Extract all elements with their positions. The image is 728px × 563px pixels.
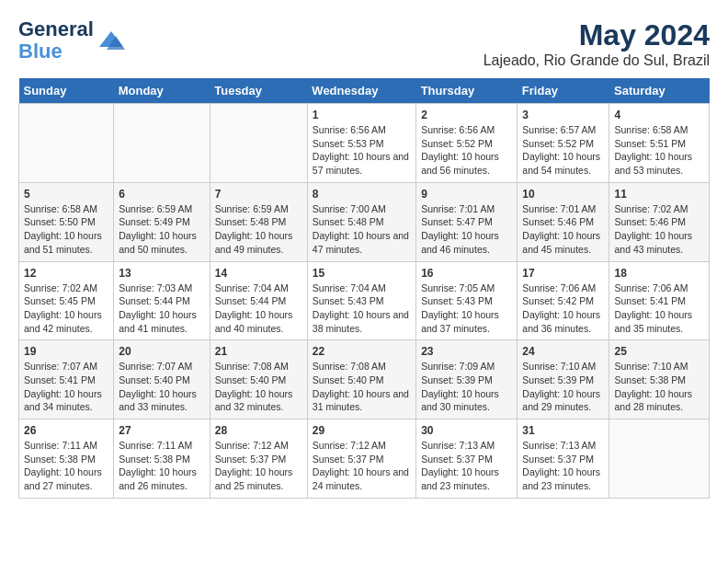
day-number: 20 <box>119 345 205 358</box>
day-number: 23 <box>421 345 512 358</box>
subtitle: Lajeado, Rio Grande do Sul, Brazil <box>483 52 710 69</box>
page-header: GeneralBlue May 2024 Lajeado, Rio Grande… <box>18 18 710 69</box>
day-info: Sunrise: 7:06 AMSunset: 5:41 PMDaylight:… <box>614 282 692 334</box>
calendar-cell <box>114 104 210 183</box>
calendar-cell: 8 Sunrise: 7:00 AMSunset: 5:48 PMDayligh… <box>307 182 415 261</box>
day-number: 8 <box>313 188 411 201</box>
day-number: 15 <box>313 267 411 280</box>
day-info: Sunrise: 6:58 AMSunset: 5:51 PMDaylight:… <box>614 124 692 176</box>
calendar-cell: 29 Sunrise: 7:12 AMSunset: 5:37 PMDaylig… <box>307 419 415 499</box>
day-number: 27 <box>119 424 205 437</box>
title-section: May 2024 Lajeado, Rio Grande do Sul, Bra… <box>483 18 710 69</box>
calendar-week-row: 26 Sunrise: 7:11 AMSunset: 5:38 PMDaylig… <box>19 419 710 499</box>
calendar-cell: 22 Sunrise: 7:08 AMSunset: 5:40 PMDaylig… <box>307 340 415 419</box>
day-info: Sunrise: 7:07 AMSunset: 5:40 PMDaylight:… <box>119 361 197 412</box>
day-number: 21 <box>215 345 302 358</box>
day-header-wednesday: Wednesday <box>307 78 415 104</box>
day-number: 6 <box>119 188 205 201</box>
calendar-cell: 21 Sunrise: 7:08 AMSunset: 5:40 PMDaylig… <box>210 340 307 419</box>
day-number: 7 <box>215 188 302 201</box>
main-title: May 2024 <box>483 18 710 52</box>
day-header-monday: Monday <box>114 78 210 104</box>
day-number: 22 <box>313 345 411 358</box>
day-info: Sunrise: 7:12 AMSunset: 5:37 PMDaylight:… <box>313 440 409 491</box>
day-number: 1 <box>313 109 411 121</box>
calendar-week-row: 12 Sunrise: 7:02 AMSunset: 5:45 PMDaylig… <box>19 261 710 340</box>
day-info: Sunrise: 7:05 AMSunset: 5:43 PMDaylight:… <box>421 282 499 334</box>
calendar-cell: 2 Sunrise: 6:56 AMSunset: 5:52 PMDayligh… <box>416 104 518 183</box>
calendar-cell: 26 Sunrise: 7:11 AMSunset: 5:38 PMDaylig… <box>19 419 114 499</box>
day-number: 18 <box>614 267 704 280</box>
logo-icon <box>97 27 125 54</box>
calendar-cell: 14 Sunrise: 7:04 AMSunset: 5:44 PMDaylig… <box>210 261 307 340</box>
calendar-cell <box>19 104 114 183</box>
calendar-cell: 20 Sunrise: 7:07 AMSunset: 5:40 PMDaylig… <box>114 340 210 419</box>
calendar-cell <box>609 419 710 499</box>
day-number: 24 <box>522 345 604 358</box>
day-number: 12 <box>24 267 108 280</box>
calendar-cell: 28 Sunrise: 7:12 AMSunset: 5:37 PMDaylig… <box>210 419 307 499</box>
day-number: 26 <box>24 424 108 437</box>
day-info: Sunrise: 7:08 AMSunset: 5:40 PMDaylight:… <box>215 361 293 412</box>
day-number: 19 <box>24 345 108 358</box>
day-info: Sunrise: 7:09 AMSunset: 5:39 PMDaylight:… <box>421 361 499 412</box>
day-info: Sunrise: 7:02 AMSunset: 5:45 PMDaylight:… <box>24 282 102 334</box>
day-info: Sunrise: 6:57 AMSunset: 5:52 PMDaylight:… <box>522 124 600 176</box>
calendar-week-row: 19 Sunrise: 7:07 AMSunset: 5:41 PMDaylig… <box>19 340 710 419</box>
calendar-cell: 11 Sunrise: 7:02 AMSunset: 5:46 PMDaylig… <box>609 182 710 261</box>
day-info: Sunrise: 6:59 AMSunset: 5:49 PMDaylight:… <box>119 203 197 255</box>
day-info: Sunrise: 7:12 AMSunset: 5:37 PMDaylight:… <box>215 440 293 491</box>
day-number: 11 <box>614 188 704 201</box>
calendar-cell: 6 Sunrise: 6:59 AMSunset: 5:49 PMDayligh… <box>114 182 210 261</box>
day-info: Sunrise: 7:00 AMSunset: 5:48 PMDaylight:… <box>313 203 409 255</box>
day-info: Sunrise: 7:03 AMSunset: 5:44 PMDaylight:… <box>119 282 197 334</box>
day-info: Sunrise: 7:08 AMSunset: 5:40 PMDaylight:… <box>313 361 409 412</box>
calendar-cell: 31 Sunrise: 7:13 AMSunset: 5:37 PMDaylig… <box>518 419 609 499</box>
day-info: Sunrise: 7:11 AMSunset: 5:38 PMDaylight:… <box>24 440 102 491</box>
day-number: 25 <box>614 345 704 358</box>
day-info: Sunrise: 6:59 AMSunset: 5:48 PMDaylight:… <box>215 203 293 255</box>
calendar-cell: 24 Sunrise: 7:10 AMSunset: 5:39 PMDaylig… <box>518 340 609 419</box>
day-info: Sunrise: 6:58 AMSunset: 5:50 PMDaylight:… <box>24 203 102 255</box>
day-info: Sunrise: 7:01 AMSunset: 5:46 PMDaylight:… <box>522 203 600 255</box>
day-info: Sunrise: 7:04 AMSunset: 5:44 PMDaylight:… <box>215 282 293 334</box>
day-number: 14 <box>215 267 302 280</box>
calendar-cell: 16 Sunrise: 7:05 AMSunset: 5:43 PMDaylig… <box>416 261 518 340</box>
day-info: Sunrise: 7:10 AMSunset: 5:38 PMDaylight:… <box>614 361 692 412</box>
calendar-cell: 17 Sunrise: 7:06 AMSunset: 5:42 PMDaylig… <box>518 261 609 340</box>
calendar-cell: 15 Sunrise: 7:04 AMSunset: 5:43 PMDaylig… <box>307 261 415 340</box>
day-header-saturday: Saturday <box>609 78 710 104</box>
logo: GeneralBlue <box>18 18 125 63</box>
calendar-cell: 27 Sunrise: 7:11 AMSunset: 5:38 PMDaylig… <box>114 419 210 499</box>
day-number: 16 <box>421 267 512 280</box>
day-number: 28 <box>215 424 302 437</box>
logo-text: GeneralBlue <box>18 18 94 63</box>
day-info: Sunrise: 7:01 AMSunset: 5:47 PMDaylight:… <box>421 203 499 255</box>
day-number: 17 <box>522 267 604 280</box>
day-number: 2 <box>421 109 512 121</box>
day-header-tuesday: Tuesday <box>210 78 307 104</box>
calendar-week-row: 1 Sunrise: 6:56 AMSunset: 5:53 PMDayligh… <box>19 104 710 183</box>
calendar-cell: 9 Sunrise: 7:01 AMSunset: 5:47 PMDayligh… <box>416 182 518 261</box>
calendar-cell: 3 Sunrise: 6:57 AMSunset: 5:52 PMDayligh… <box>518 104 609 183</box>
calendar-cell: 30 Sunrise: 7:13 AMSunset: 5:37 PMDaylig… <box>416 419 518 499</box>
calendar-header-row: SundayMondayTuesdayWednesdayThursdayFrid… <box>19 78 710 104</box>
day-info: Sunrise: 7:04 AMSunset: 5:43 PMDaylight:… <box>313 282 409 334</box>
day-number: 9 <box>421 188 512 201</box>
day-header-thursday: Thursday <box>416 78 518 104</box>
day-info: Sunrise: 6:56 AMSunset: 5:53 PMDaylight:… <box>313 124 409 176</box>
day-info: Sunrise: 7:07 AMSunset: 5:41 PMDaylight:… <box>24 361 102 412</box>
calendar-cell <box>210 104 307 183</box>
calendar-cell: 10 Sunrise: 7:01 AMSunset: 5:46 PMDaylig… <box>518 182 609 261</box>
day-info: Sunrise: 7:02 AMSunset: 5:46 PMDaylight:… <box>614 203 692 255</box>
day-header-sunday: Sunday <box>19 78 114 104</box>
day-number: 31 <box>522 424 604 437</box>
calendar-table: SundayMondayTuesdayWednesdayThursdayFrid… <box>18 78 710 499</box>
day-info: Sunrise: 7:06 AMSunset: 5:42 PMDaylight:… <box>522 282 600 334</box>
day-info: Sunrise: 7:13 AMSunset: 5:37 PMDaylight:… <box>522 440 600 491</box>
day-info: Sunrise: 7:11 AMSunset: 5:38 PMDaylight:… <box>119 440 197 491</box>
day-info: Sunrise: 7:10 AMSunset: 5:39 PMDaylight:… <box>522 361 600 412</box>
day-number: 29 <box>313 424 411 437</box>
day-number: 5 <box>24 188 108 201</box>
day-info: Sunrise: 7:13 AMSunset: 5:37 PMDaylight:… <box>421 440 499 491</box>
